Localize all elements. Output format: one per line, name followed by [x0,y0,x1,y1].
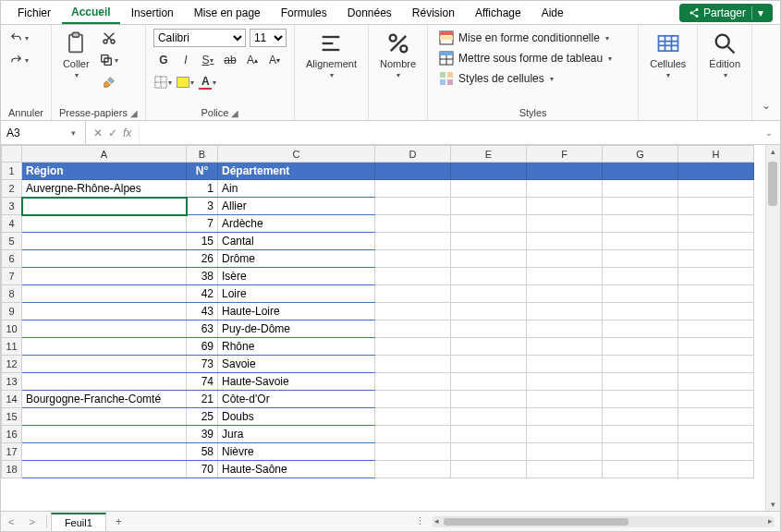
cell[interactable] [22,338,187,356]
row-header[interactable]: 10 [2,320,22,338]
cell[interactable]: 25 [187,408,218,426]
col-header-C[interactable]: C [218,146,375,163]
cell[interactable]: 39 [187,426,218,443]
scroll-left-icon[interactable]: ◂ [434,516,439,526]
cell[interactable] [22,320,187,338]
cell[interactable]: 7 [187,215,218,233]
conditional-formatting-button[interactable]: Mise en forme conditionnelle▾ [435,29,613,47]
cell[interactable] [451,426,527,443]
cell[interactable] [603,285,678,303]
cell[interactable] [527,356,603,373]
spreadsheet-grid[interactable]: A B C D E F G H 1 Région N° Département … [1,145,765,511]
next-sheet-button[interactable]: > [21,516,42,527]
chevron-down-icon[interactable]: ▾ [751,6,763,19]
cells-button[interactable]: Cellules▾ [646,29,689,81]
cell[interactable] [22,250,187,268]
fx-icon[interactable]: fx [123,127,131,139]
underline-button[interactable]: S▾ [198,51,218,69]
cell[interactable] [22,408,187,426]
cell[interactable] [527,268,603,285]
cell[interactable]: Loire [218,285,375,303]
cell[interactable] [527,250,603,268]
cell[interactable] [678,198,754,215]
cell[interactable] [451,180,527,198]
vertical-scrollbar[interactable]: ▴ ▾ [765,145,780,511]
cell[interactable] [451,338,527,356]
formula-input[interactable] [140,121,758,144]
cell[interactable]: Haute-Loire [218,303,375,320]
cell[interactable]: Région [22,163,187,180]
cell[interactable] [527,461,603,478]
name-box-input[interactable] [6,127,67,139]
cell[interactable] [678,303,754,320]
row-header[interactable]: 18 [2,461,22,478]
cell[interactable]: Allier [218,198,375,215]
cell[interactable] [375,268,451,285]
row-header[interactable]: 13 [2,373,22,391]
cell[interactable]: Puy-de-Dôme [218,320,375,338]
col-header-F[interactable]: F [527,146,603,163]
cell[interactable] [527,180,603,198]
cell[interactable] [375,163,451,180]
cell[interactable] [375,180,451,198]
cell[interactable] [451,356,527,373]
cell[interactable]: N° [187,163,218,180]
row-header[interactable]: 8 [2,285,22,303]
cell[interactable] [527,215,603,233]
ribbon-options-button[interactable]: ⌄ [756,96,776,115]
italic-button[interactable]: I [176,51,196,69]
cell[interactable] [678,391,754,408]
grow-font-button[interactable]: A▴ [242,51,262,69]
cell[interactable] [603,198,678,215]
cell[interactable] [375,338,451,356]
tab-mise-en-page[interactable]: Mise en page [185,3,270,23]
cell[interactable] [678,233,754,250]
cell[interactable] [527,233,603,250]
shrink-font-button[interactable]: A▾ [264,51,285,69]
cell[interactable] [527,426,603,443]
cell[interactable] [375,250,451,268]
cell[interactable] [603,391,678,408]
tab-formules[interactable]: Formules [272,3,336,23]
cell[interactable]: Auvergne-Rhône-Alpes [22,180,187,198]
row-header[interactable]: 3 [2,198,22,215]
number-button[interactable]: Nombre▾ [376,29,420,81]
cell[interactable] [451,268,527,285]
col-header-E[interactable]: E [451,146,527,163]
cell[interactable] [451,320,527,338]
cell[interactable] [678,356,754,373]
cell[interactable] [527,338,603,356]
cell[interactable] [678,320,754,338]
cell[interactable] [375,233,451,250]
cell-styles-button[interactable]: Styles de cellules▾ [435,69,557,88]
cell[interactable] [527,408,603,426]
cell[interactable] [527,163,603,180]
cell[interactable] [22,303,187,320]
scroll-down-icon[interactable]: ▾ [766,500,780,509]
font-name-select[interactable]: Calibri [153,29,246,47]
expand-formula-bar-button[interactable]: ⌄ [758,128,780,138]
cell[interactable] [375,198,451,215]
cell[interactable] [678,443,754,461]
cell[interactable]: 26 [187,250,218,268]
cell[interactable] [603,426,678,443]
undo-button[interactable]: ▾ [8,29,29,47]
cell[interactable]: Côte-d'Or [218,391,375,408]
tab-donnees[interactable]: Données [338,3,401,23]
cell[interactable] [678,250,754,268]
cell[interactable] [603,180,678,198]
cell[interactable]: Isère [218,268,375,285]
cell[interactable] [603,233,678,250]
editing-button[interactable]: Édition▾ [705,29,744,81]
row-header[interactable]: 11 [2,338,22,356]
cell[interactable] [603,356,678,373]
redo-button[interactable]: ▾ [8,51,29,69]
row-header[interactable]: 4 [2,215,22,233]
tabs-menu-button[interactable]: ⋮ [408,515,433,527]
row-header[interactable]: 14 [2,391,22,408]
cell[interactable] [678,163,754,180]
cell[interactable] [603,320,678,338]
cell[interactable]: Ain [218,180,375,198]
bold-button[interactable]: G [153,51,174,69]
cell[interactable]: Drôme [218,250,375,268]
